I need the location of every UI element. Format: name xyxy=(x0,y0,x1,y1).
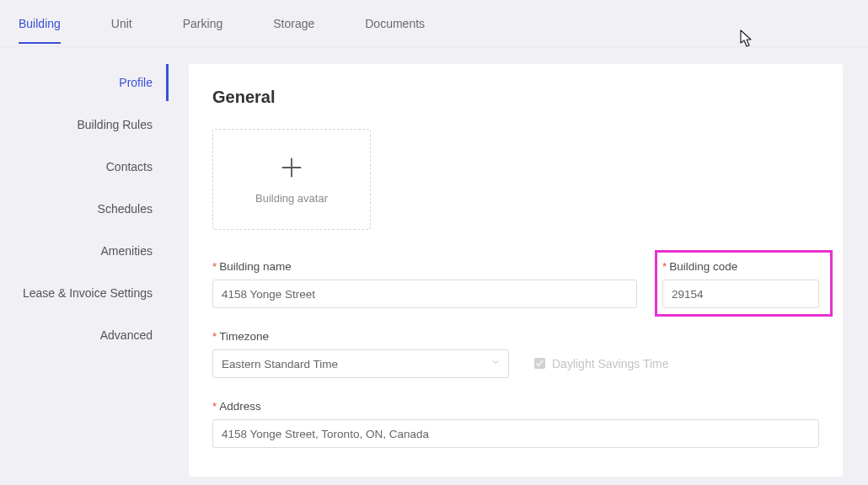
section-heading-general: General xyxy=(212,88,819,107)
profile-general-panel: General Building avatar *Building name *… xyxy=(189,64,843,477)
building-code-label: *Building code xyxy=(662,260,819,273)
building-avatar-uploader[interactable]: Building avatar xyxy=(212,129,371,230)
building-code-input[interactable] xyxy=(662,280,819,308)
dst-label: Daylight Savings Time xyxy=(552,357,669,370)
sidebar-item-amenities[interactable]: Amenities xyxy=(0,232,169,269)
daylight-savings-checkbox[interactable]: Daylight Savings Time xyxy=(534,349,669,378)
tab-parking[interactable]: Parking xyxy=(183,17,222,44)
address-label: *Address xyxy=(212,400,819,413)
building-name-input[interactable] xyxy=(212,280,637,308)
building-name-field: *Building name xyxy=(212,260,637,308)
content-wrap: General Building avatar *Building name *… xyxy=(169,47,868,485)
layout: Profile Building Rules Contacts Schedule… xyxy=(0,47,868,485)
tab-storage[interactable]: Storage xyxy=(273,17,314,44)
sidebar-item-profile[interactable]: Profile xyxy=(0,64,169,101)
address-input[interactable] xyxy=(212,419,819,448)
sidebar-item-building-rules[interactable]: Building Rules xyxy=(0,106,169,143)
top-tabbar: Building Unit Parking Storage Documents xyxy=(0,0,868,47)
building-name-label: *Building name xyxy=(212,260,637,273)
address-field: *Address xyxy=(212,400,819,448)
sidebar-item-lease-invoice[interactable]: Lease & Invoice Settings xyxy=(0,274,169,312)
tab-unit[interactable]: Unit xyxy=(111,17,132,44)
timezone-field: *Timezone xyxy=(212,330,509,378)
timezone-select[interactable] xyxy=(212,349,509,378)
sidebar-item-schedules[interactable]: Schedules xyxy=(0,190,169,227)
sidebar-item-advanced[interactable]: Advanced xyxy=(0,317,169,354)
timezone-label: *Timezone xyxy=(212,330,509,343)
tab-building[interactable]: Building xyxy=(19,17,61,44)
sidebar: Profile Building Rules Contacts Schedule… xyxy=(0,47,169,485)
building-code-field: *Building code xyxy=(662,260,819,308)
dst-checkbox-input[interactable] xyxy=(534,358,545,369)
plus-icon xyxy=(280,155,303,184)
tab-documents[interactable]: Documents xyxy=(365,17,425,44)
avatar-label: Building avatar xyxy=(255,192,328,205)
sidebar-item-contacts[interactable]: Contacts xyxy=(0,148,169,185)
